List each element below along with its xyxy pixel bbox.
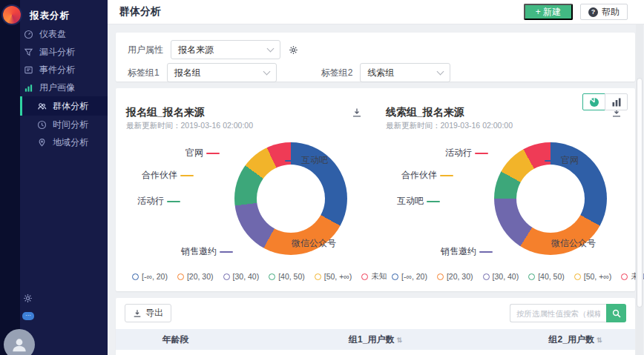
chat-icon[interactable]: ··· [22,312,34,320]
legend-item[interactable]: [40, 50) [528,271,565,282]
legend-ring-icon [574,273,581,280]
sidebar-item-label: 用户画像 [39,82,75,94]
table-header-row: 年龄段 组1_用户数⇅ 组2_用户数⇅ [116,329,635,350]
chart-title: 报名组_报名来源 [126,106,375,119]
sort-icon[interactable]: ⇅ [597,336,602,344]
chart-panel-group2: 线索组_报名来源 最新更新时间：2019-03-16 02:00:00 官网 微… [375,106,635,282]
legend-ring-icon [223,273,230,280]
slice-label: 微信公众号 [535,237,596,250]
legend-ring-icon [437,273,444,280]
chart-type-toggle [582,93,628,110]
leader-line [475,153,488,154]
legend-item[interactable]: [50, +∞) [574,271,612,282]
gauge-icon [24,30,33,39]
donut-zone: 官网 微信公众号 销售邀约 互动吧 合作伙伴 活动行 [386,135,635,262]
sidebar-item-label: 事件分析 [39,64,75,76]
sort-icon[interactable]: ⇅ [396,336,402,344]
legend-ring-icon [528,273,535,280]
legend-item[interactable]: [30, 40) [223,271,260,282]
chevron-down-icon [267,45,275,53]
slice-label: 销售邀约 [441,245,493,258]
age-table: 年龄段 组1_用户数⇅ 组2_用户数⇅ [-∞, 20) 1722 1722 [116,329,635,355]
group-icon [37,102,47,111]
leader-line [167,201,180,202]
search-icon [612,309,621,318]
leader-line [440,175,453,176]
search-button[interactable] [606,304,626,322]
legend-item[interactable]: [20, 30) [177,271,214,282]
export-icon [133,309,142,318]
group2-select-value: 线索组 [367,67,394,79]
attr-select[interactable]: 报名来源 [171,40,280,59]
legend-item[interactable]: [50, +∞) [315,271,352,282]
table-card: 导出 年龄段 组1_用户数⇅ 组2_用户数⇅ [116,298,635,355]
attr-select-value: 报名来源 [178,44,214,56]
slice-label: 销售邀约 [181,245,233,258]
legend-item[interactable]: [30, 40) [483,271,519,282]
export-button[interactable]: 导出 [125,304,171,322]
sidebar-item-label: 时间分析 [53,119,88,131]
table-row: [-∞, 20) 1722 1722 [116,350,635,355]
legend-label: [-∞, 20) [401,272,427,281]
leader-line [285,160,298,162]
sidebar: 报表分析 仪表盘 漏斗分析 事件分析 用户画像 [0,0,108,355]
group2-label: 标签组2 [321,67,353,79]
slice-label: 互动吧 [397,195,440,208]
col-group1-users[interactable]: 组1_用户数⇅ [235,329,516,350]
legend-ring-icon [269,273,275,280]
leader-line [180,175,194,176]
new-button[interactable]: + 新建 [524,4,573,20]
slice-label: 活动行 [137,195,180,208]
legend-item[interactable]: [-∞, 20) [392,271,427,282]
attr-settings-gear-icon[interactable] [289,45,298,55]
legend-ring-icon [621,273,628,280]
legend-label: [50, +∞) [324,272,352,281]
app-logo[interactable] [3,6,21,24]
scrollbar[interactable] [636,24,643,355]
col-group2-users[interactable]: 组2_用户数⇅ [516,329,635,350]
chart-updated-time: 最新更新时间：2019-03-16 02:00:00 [386,120,635,130]
download-icon[interactable] [352,107,362,118]
content: 用户属性 报名来源 标签组1 报名组 标签组2 线索组 [108,24,644,355]
legend-label: [20, 30) [187,272,214,281]
clock-icon [37,120,47,130]
leader-line [275,243,289,245]
legend-label: [30, 40) [493,272,519,281]
event-icon [24,65,33,75]
legend-item[interactable]: [20, 30) [437,271,473,282]
legend-label: [20, 30) [447,272,473,281]
legend-ring-icon [361,273,368,280]
pie-chart-icon [589,97,599,107]
help-button[interactable]: ? 帮助 [580,4,628,20]
leader-line [206,153,220,154]
legend-label: [-∞, 20) [142,272,168,281]
group2-select[interactable]: 线索组 [360,63,450,82]
cell-group1-users: 1722 [235,350,516,355]
settings-gear-icon[interactable] [23,293,33,303]
legend-ring-icon [392,273,398,280]
chart-updated-time: 最新更新时间：2019-03-16 02:00:00 [126,120,375,130]
legend-ring-icon [483,273,490,280]
slice-label: 合作伙伴 [401,169,453,182]
chart-legend: [-∞, 20)[20, 30)[30, 40)[40, 50)[50, +∞)… [126,271,375,282]
export-button-label: 导出 [145,307,163,319]
leader-line [479,251,493,253]
group1-select[interactable]: 报名组 [167,63,277,82]
bar-view-button[interactable] [605,93,628,110]
slice-label: 官网 [545,154,579,167]
main-area: 群体分析 + 新建 ? 帮助 用户属性 报名来源 标签组1 [108,0,644,355]
filter-card: 用户属性 报名来源 标签组1 报名组 标签组2 线索组 [116,33,635,82]
legend-item[interactable]: [40, 50) [269,271,305,282]
scrollbar-thumb[interactable] [637,78,643,308]
leader-line [545,160,558,162]
group1-select-value: 报名组 [174,67,201,79]
bar-chart-icon [24,83,33,93]
user-avatar[interactable] [4,329,35,355]
legend-ring-icon [315,273,321,280]
legend-label: [30, 40) [233,272,260,281]
legend-item[interactable]: [-∞, 20) [132,271,168,282]
search-input[interactable] [510,304,606,322]
legend-ring-icon [177,273,184,280]
slice-label: 合作伙伴 [142,169,194,182]
pie-view-button[interactable] [582,93,605,110]
